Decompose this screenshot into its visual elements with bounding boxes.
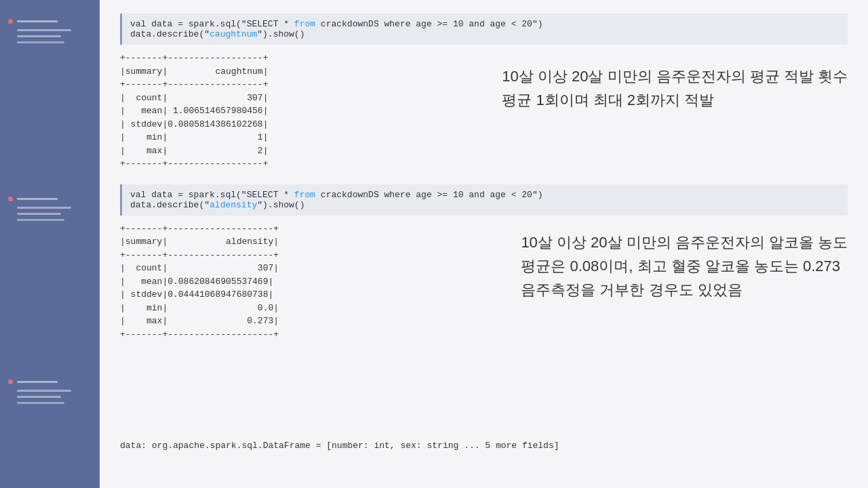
code-block-2: val data = spark.sql("SELECT * from crac… <box>120 184 848 216</box>
sidebar-deco-1 <box>8 19 71 43</box>
sidebar-deco-2 <box>8 197 71 221</box>
sidebar <box>0 0 100 488</box>
annotation-1: 10살 이상 20살 미만의 음주운전자의 평균 적발 횟수 평균 1회이며 최… <box>502 64 848 112</box>
main-content: val data = spark.sql("SELECT * from crac… <box>100 0 868 488</box>
sidebar-deco-3 <box>8 380 71 404</box>
code-block-1: val data = spark.sql("SELECT * from crac… <box>120 14 848 45</box>
annotation-2: 10살 이상 20살 미만의 음주운전자의 알코올 농도 평균은 0.08이며,… <box>521 230 848 302</box>
footer-text: data: org.apache.spark.sql.DataFrame = [… <box>120 441 559 451</box>
